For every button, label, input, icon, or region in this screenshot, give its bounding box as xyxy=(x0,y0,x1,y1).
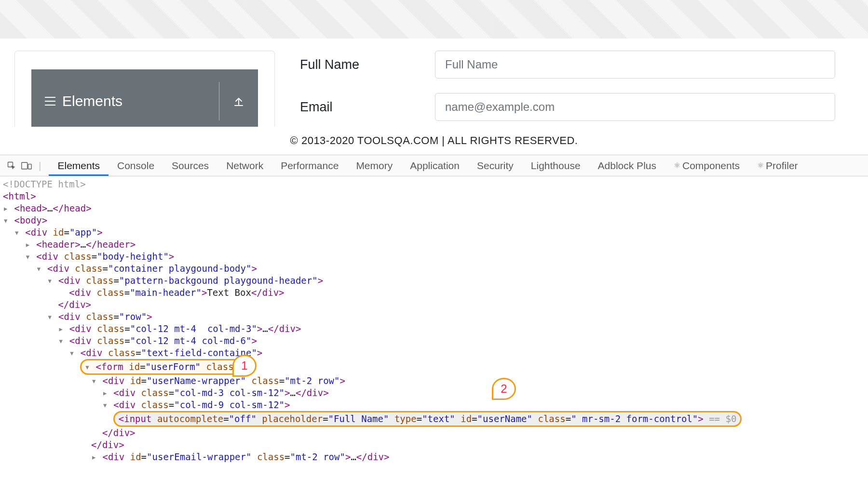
devtools-tool-icons: | xyxy=(1,160,49,172)
tab-elements[interactable]: Elements xyxy=(49,155,108,176)
elements-title: Elements xyxy=(62,93,122,109)
elements-card-right xyxy=(219,82,244,120)
fullname-label: Full Name xyxy=(300,57,435,72)
elements-card[interactable]: Elements xyxy=(31,69,258,133)
v: pattern-backgound playgound-header xyxy=(124,275,312,286)
fullname-input[interactable]: Full Name xyxy=(435,51,835,79)
tab-memory[interactable]: Memory xyxy=(347,155,401,176)
v: col-12 mt-4 col-md-6 xyxy=(136,335,246,346)
callout-2: 2 xyxy=(492,378,516,400)
v: userName xyxy=(483,413,527,424)
v: off xyxy=(234,413,251,424)
callout-1: 1 xyxy=(232,355,257,377)
v: userName-wrapper xyxy=(152,375,241,386)
form-row-fullname: Full Name Full Name xyxy=(300,51,843,79)
v: app xyxy=(75,227,91,238)
divider: | xyxy=(37,160,43,172)
tab-performance[interactable]: Performance xyxy=(272,155,347,176)
tab-adblock[interactable]: Adblock Plus xyxy=(589,155,665,176)
tab-profiler[interactable]: ⚛Profiler xyxy=(748,155,807,176)
tab-security[interactable]: Security xyxy=(468,155,522,176)
tab-profiler-label: Profiler xyxy=(766,160,798,172)
v: userForm xyxy=(151,361,195,372)
dom-tree[interactable]: <!DOCTYPE html> <html> ▸ <head>…</head> … xyxy=(0,176,868,468)
tab-console[interactable]: Console xyxy=(108,155,163,176)
dom-tree-wrap: 1 2 <!DOCTYPE html> <html> ▸ <head>…</he… xyxy=(0,176,868,468)
tab-components[interactable]: ⚛Components xyxy=(665,155,748,176)
email-label: Email xyxy=(300,100,435,115)
svg-rect-1 xyxy=(22,162,27,169)
devtools-tabbar: | Elements Console Sources Network Perfo… xyxy=(0,155,868,176)
v: body-height xyxy=(103,251,163,262)
v: Full Name xyxy=(334,413,383,424)
email-placeholder: name@example.com xyxy=(445,100,555,114)
upload-icon xyxy=(233,95,244,107)
elements-card-left: Elements xyxy=(45,93,122,109)
footer: © 2013-2020 TOOLSQA.COM | ALL RIGHTS RES… xyxy=(0,127,868,155)
tab-sources[interactable]: Sources xyxy=(163,155,217,176)
highlight-input: <input autocomplete="off" placeholder="F… xyxy=(113,411,742,427)
footer-text: © 2013-2020 TOOLSQA.COM | ALL RIGHTS RES… xyxy=(290,134,578,147)
form-row-email: Email name@example.com xyxy=(300,93,843,121)
v: text-field-containe xyxy=(147,347,251,358)
gear-icon: ⚛ xyxy=(757,161,764,170)
device-toggle-icon[interactable] xyxy=(21,161,32,170)
v: row xyxy=(124,311,141,322)
dom-doctype: <!DOCTYPE html> xyxy=(3,179,86,189)
v: == $0 xyxy=(704,413,737,424)
hamburger-icon xyxy=(45,97,55,106)
v: Text Box xyxy=(207,287,251,298)
gear-icon: ⚛ xyxy=(674,161,680,170)
v: col-md-3 col-sm-12 xyxy=(180,387,279,398)
v: container playgound-body xyxy=(113,263,246,274)
tab-components-label: Components xyxy=(682,160,740,172)
tab-network[interactable]: Network xyxy=(217,155,272,176)
inspect-icon[interactable] xyxy=(7,161,16,171)
tab-application[interactable]: Application xyxy=(401,155,468,176)
fullname-placeholder: Full Name xyxy=(445,58,498,71)
v: mt-2 row xyxy=(296,451,340,462)
v: col-12 mt-4 col-md-3 xyxy=(136,323,251,334)
v: col-md-9 col-sm-12 xyxy=(180,399,279,410)
v: mt-2 row xyxy=(290,375,335,386)
v: mr-sm-2 form-control xyxy=(577,413,692,424)
v: main-header xyxy=(136,287,196,298)
tab-lighthouse[interactable]: Lighthouse xyxy=(522,155,589,176)
email-input[interactable]: name@example.com xyxy=(435,93,835,121)
devtools: | Elements Console Sources Network Perfo… xyxy=(0,155,868,468)
svg-rect-2 xyxy=(28,164,31,169)
highlight-form: ▾ <form id="userForm" class> xyxy=(80,359,244,375)
page-preview: Elements Full Name Full Name Email name@… xyxy=(0,0,868,155)
v: text xyxy=(428,413,450,424)
pattern-background xyxy=(0,0,868,39)
v: userEmail-wrapper xyxy=(152,451,246,462)
